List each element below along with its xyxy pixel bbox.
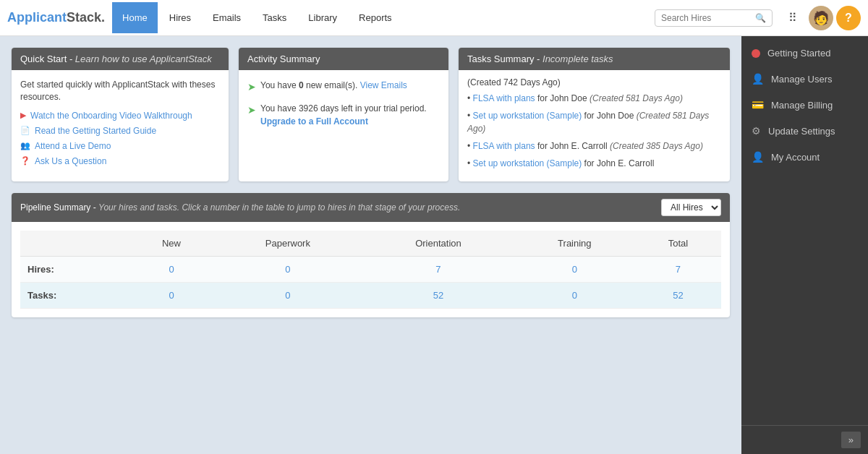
search-bar: 🔍 (655, 9, 773, 27)
nav-links: Home Hires Emails Tasks Library Reports (112, 2, 402, 33)
sidebar-collapse-area: » (741, 425, 868, 454)
task-link-2[interactable]: Set up workstation (Sample) (473, 111, 582, 121)
pipeline-col-label (20, 231, 129, 257)
nav-hires[interactable]: Hires (159, 2, 201, 33)
people-icon: 👥 (20, 141, 30, 150)
pipeline-hires-training[interactable]: 0 (514, 257, 635, 283)
pipeline-col-orientation: Orientation (362, 231, 514, 257)
nav-tasks[interactable]: Tasks (252, 2, 297, 33)
pipeline-tasks-new[interactable]: 0 (129, 283, 213, 309)
pipeline-hires-new[interactable]: 0 (129, 257, 213, 283)
pipeline-table-container: New Paperwork Orientation Training Total… (12, 222, 730, 317)
tasks-summary-header: Tasks Summary - Incomplete tasks (459, 48, 730, 70)
activity-trial-item: ➤ You have 3926 days left in your trial … (247, 102, 440, 128)
task-item-4: Set up workstation (Sample) for John E. … (467, 157, 721, 170)
app-logo: ApplicantStack. (7, 10, 105, 25)
task-link-1[interactable]: FLSA with plans (473, 93, 535, 103)
sidebar-item-manage-billing[interactable]: 💳 Manage Billing (741, 92, 868, 118)
pipeline-col-paperwork: Paperwork (213, 231, 362, 257)
avatar-image: 🧑 (813, 10, 829, 26)
task-item-3: FLSA with plans for John E. Carroll (Cre… (467, 140, 721, 153)
sidebar-item-update-settings[interactable]: ⚙ Update Settings (741, 118, 868, 144)
task-link-4[interactable]: Set up workstation (Sample) (473, 158, 582, 168)
sidebar-collapse-button[interactable]: » (841, 432, 861, 448)
sidebar-item-manage-users[interactable]: 👤 Manage Users (741, 66, 868, 92)
nav-reports[interactable]: Reports (349, 2, 402, 33)
help-button[interactable]: ? (836, 6, 861, 30)
logo-text1: Applicant (7, 10, 67, 25)
pipeline-tasks-training[interactable]: 0 (514, 283, 635, 309)
tasks-summary-body: (Created 742 Days Ago) FLSA with plans f… (459, 70, 730, 181)
pipeline-table: New Paperwork Orientation Training Total… (20, 231, 721, 309)
user-icon: 👤 (752, 73, 764, 85)
search-icon: 🔍 (755, 13, 766, 23)
nav-library[interactable]: Library (298, 2, 347, 33)
doc-icon: 📄 (20, 126, 30, 135)
pipeline-tasks-row: Tasks: 0 0 52 0 52 (20, 283, 721, 309)
all-hires-filter[interactable]: All Hires (661, 199, 721, 216)
activity-email-item: ➤ You have 0 new email(s). View Emails (247, 79, 440, 95)
activity-summary-card: Activity Summary ➤ You have 0 new email(… (239, 48, 448, 181)
tasks-created-note: (Created 742 Days Ago) (467, 77, 721, 87)
settings-icon: ⚙ (752, 125, 761, 137)
pipeline-hires-row: Hires: 0 0 7 0 7 (20, 257, 721, 283)
tasks-summary-card: Tasks Summary - Incomplete tasks (Create… (459, 48, 730, 181)
nav-icons: ⠿ 🧑 ? (780, 5, 861, 31)
qs-link-demo[interactable]: 👥 Attend a Live Demo (20, 141, 220, 151)
logo-text2: Stack. (67, 10, 105, 25)
pipeline-col-training: Training (514, 231, 635, 257)
pipeline-col-total: Total (635, 231, 721, 257)
pipeline-header: Pipeline Summary - Your hires and tasks.… (12, 193, 730, 222)
pipeline-hires-label: Hires: (20, 257, 129, 283)
grid-icon: ⠿ (788, 11, 797, 25)
pipeline-tasks-orientation[interactable]: 52 (362, 283, 514, 309)
avatar[interactable]: 🧑 (809, 6, 833, 30)
quick-start-card: Quick Start - Learn how to use Applicant… (12, 48, 229, 181)
pipeline-table-header-row: New Paperwork Orientation Training Total (20, 231, 721, 257)
pipeline-hires-orientation[interactable]: 7 (362, 257, 514, 283)
red-dot-icon (752, 49, 760, 58)
quick-start-intro: Get started quickly with ApplicantStack … (20, 79, 220, 103)
pipeline-tasks-total[interactable]: 52 (635, 283, 721, 309)
pipeline-tasks-label: Tasks: (20, 283, 129, 309)
task-link-3[interactable]: FLSA with plans (473, 141, 535, 151)
activity-summary-header: Activity Summary (239, 48, 448, 70)
top-navigation: ApplicantStack. Home Hires Emails Tasks … (0, 0, 868, 36)
main-layout: Quick Start - Learn how to use Applicant… (0, 36, 868, 454)
activity-summary-body: ➤ You have 0 new email(s). View Emails ➤… (239, 70, 448, 144)
pipeline-summary-card: Pipeline Summary - Your hires and tasks.… (12, 193, 730, 317)
task-item-2: Set up workstation (Sample) for John Doe… (467, 109, 721, 135)
pipeline-tasks-paperwork[interactable]: 0 (213, 283, 362, 309)
quick-start-header: Quick Start - Learn how to use Applicant… (12, 48, 229, 70)
pipeline-col-new: New (129, 231, 213, 257)
nav-home[interactable]: Home (112, 2, 158, 33)
upgrade-link[interactable]: Upgrade to a Full Account (260, 116, 368, 127)
arrow-icon-1: ➤ (247, 80, 256, 95)
arrow-icon-2: ➤ (247, 103, 256, 118)
account-icon: 👤 (752, 151, 764, 163)
view-emails-link[interactable]: View Emails (360, 80, 407, 90)
sidebar-item-my-account[interactable]: 👤 My Account (741, 144, 868, 170)
nav-emails[interactable]: Emails (203, 2, 251, 33)
sidebar-item-getting-started[interactable]: Getting Started (741, 40, 868, 66)
billing-icon: 💳 (752, 99, 764, 111)
content-area: Quick Start - Learn how to use Applicant… (0, 36, 741, 454)
sidebar-menu: Getting Started 👤 Manage Users 💳 Manage … (741, 36, 868, 425)
cards-row: Quick Start - Learn how to use Applicant… (12, 48, 730, 181)
qs-link-question[interactable]: ❓ Ask Us a Question (20, 156, 220, 166)
help-icon: ? (845, 12, 852, 25)
right-sidebar: Getting Started 👤 Manage Users 💳 Manage … (741, 36, 868, 454)
qs-link-guide[interactable]: 📄 Read the Getting Started Guide (20, 126, 220, 136)
task-item-1: FLSA with plans for John Doe (Created 58… (467, 92, 721, 105)
pipeline-hires-paperwork[interactable]: 0 (213, 257, 362, 283)
quick-start-body: Get started quickly with ApplicantStack … (12, 70, 229, 180)
qs-link-video[interactable]: ▶ Watch the Onboarding Video Walkthrough (20, 111, 220, 121)
question-icon: ❓ (20, 156, 30, 166)
grid-icon-button[interactable]: ⠿ (780, 5, 806, 31)
video-icon: ▶ (20, 111, 26, 120)
pipeline-hires-total[interactable]: 7 (635, 257, 721, 283)
search-input[interactable] (661, 13, 755, 23)
